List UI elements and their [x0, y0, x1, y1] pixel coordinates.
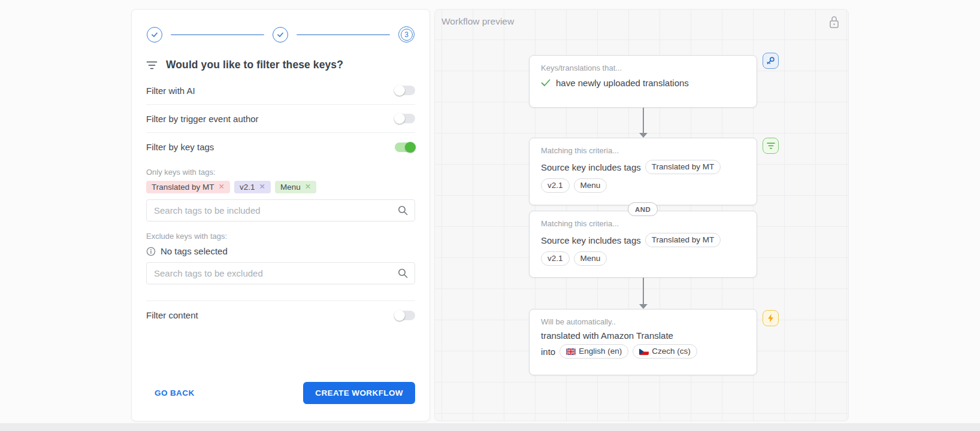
filter-trigger-author-label: Filter by trigger event author	[146, 114, 259, 124]
check-icon	[150, 31, 159, 39]
workflow-card-criteria-1: Matching this criteria... Source key inc…	[529, 138, 757, 205]
criteria-tag-chip: v2.1	[541, 251, 570, 266]
page-bottom-strip	[0, 423, 980, 431]
tag-chip: Translated by MT ✕	[146, 181, 230, 193]
tag-chip-label: Menu	[280, 183, 301, 192]
workflow-wizard-screen: 3 Would you like to filter these keys? F…	[0, 0, 980, 431]
language-chip-czech: Czech (cs)	[633, 344, 697, 359]
trigger-badge	[763, 53, 779, 69]
card-text: have newly uploaded translations	[556, 78, 689, 88]
filter-row-content: Filter content	[146, 301, 415, 329]
card-hint: Matching this criteria...	[541, 146, 747, 155]
no-tags-selected-text: No tags selected	[161, 246, 228, 256]
connector-arrowhead	[639, 133, 648, 138]
exclude-tags-search-input[interactable]	[146, 262, 415, 284]
czech-flag-icon	[639, 348, 649, 355]
card-hint: Will be automatically..	[541, 317, 747, 326]
step-1-completed[interactable]	[147, 27, 162, 43]
card-text: Source key includes tags	[541, 235, 641, 245]
connector-line	[643, 278, 644, 305]
info-icon	[146, 247, 156, 256]
tag-chip: Menu ✕	[275, 181, 316, 193]
stepper-connector	[171, 34, 264, 35]
wizard-stepper: 3	[147, 26, 415, 43]
workflow-card-action: Will be automatically.. translated with …	[529, 309, 757, 375]
include-tags-search-input[interactable]	[146, 199, 415, 221]
toggle-knob	[394, 85, 405, 96]
language-label: Czech (cs)	[652, 346, 691, 357]
filter-icon	[146, 61, 158, 69]
toggle-knob	[394, 310, 405, 321]
action-badge	[763, 310, 779, 326]
criteria-tag-chip: v2.1	[541, 178, 570, 193]
card-hint: Keys/translations that...	[541, 63, 747, 72]
tag-chip-label: v2.1	[240, 183, 255, 192]
criteria-tag-chip: Translated by MT	[645, 233, 721, 247]
uk-flag-icon	[566, 348, 576, 355]
included-tags-list: Translated by MT ✕ v2.1 ✕ Menu ✕	[146, 181, 415, 193]
filter-step-panel: 3 Would you like to filter these keys? F…	[131, 9, 430, 421]
filter-row-key-tags: Filter by key tags	[146, 133, 415, 161]
stepper-connector	[297, 34, 390, 35]
search-icon	[398, 205, 408, 216]
workflow-preview-canvas: Workflow preview Keys/translations that.…	[434, 9, 849, 421]
filter-icon	[767, 142, 775, 149]
check-icon	[276, 31, 285, 39]
step-2-completed[interactable]	[273, 27, 288, 43]
key-icon	[766, 56, 775, 65]
step-3-current[interactable]: 3	[398, 26, 415, 43]
language-label: English (en)	[579, 346, 622, 357]
filter-ai-label: Filter with AI	[146, 86, 195, 96]
check-icon	[541, 79, 551, 87]
connector-arrowhead	[639, 304, 648, 309]
card-hint: Matching this criteria...	[541, 219, 747, 228]
filter-content-toggle[interactable]	[395, 311, 415, 320]
card-text: translated with Amazon Translate	[541, 330, 673, 341]
step-3-number: 3	[401, 29, 413, 41]
workflow-card-criteria-2: Matching this criteria... Source key inc…	[529, 211, 757, 278]
and-connector-pill: AND	[628, 202, 658, 216]
tag-chip-label: Translated by MT	[152, 183, 214, 192]
filter-row-ai: Filter with AI	[146, 77, 415, 105]
filter-ai-toggle[interactable]	[395, 86, 415, 95]
filter-content-label: Filter content	[146, 310, 198, 320]
criteria-tag-chip: Menu	[574, 251, 607, 266]
workflow-card-trigger: Keys/translations that... have newly upl…	[529, 55, 757, 108]
go-back-button[interactable]: GO BACK	[146, 383, 203, 403]
filter-key-tags-toggle[interactable]	[395, 142, 415, 152]
remove-tag-icon[interactable]: ✕	[305, 183, 311, 191]
search-icon	[398, 268, 408, 278]
page-title: Would you like to filter these keys?	[166, 59, 343, 71]
remove-tag-icon[interactable]: ✕	[219, 183, 225, 191]
tag-chip: v2.1 ✕	[234, 181, 271, 193]
lightning-icon	[767, 314, 774, 323]
include-tags-label: Only keys with tags:	[146, 168, 415, 177]
create-workflow-button[interactable]: CREATE WORKFLOW	[303, 382, 415, 404]
criteria-tag-chip: Menu	[574, 178, 607, 193]
criteria-badge	[763, 138, 779, 154]
card-text: Source key includes tags	[541, 162, 641, 172]
into-label: into	[541, 347, 555, 357]
filter-row-trigger-author: Filter by trigger event author	[146, 105, 415, 133]
toggle-knob	[405, 142, 416, 153]
exclude-tags-label: Exclude keys with tags:	[146, 232, 415, 241]
language-chip-english: English (en)	[559, 344, 628, 359]
criteria-tag-chip: Translated by MT	[645, 160, 721, 174]
filter-key-tags-label: Filter by key tags	[146, 142, 214, 152]
filter-trigger-author-toggle[interactable]	[395, 114, 415, 123]
preview-title: Workflow preview	[441, 16, 514, 27]
connector-line	[643, 108, 644, 133]
toggle-knob	[394, 113, 405, 124]
remove-tag-icon[interactable]: ✕	[259, 183, 265, 191]
lock-icon	[828, 15, 840, 29]
